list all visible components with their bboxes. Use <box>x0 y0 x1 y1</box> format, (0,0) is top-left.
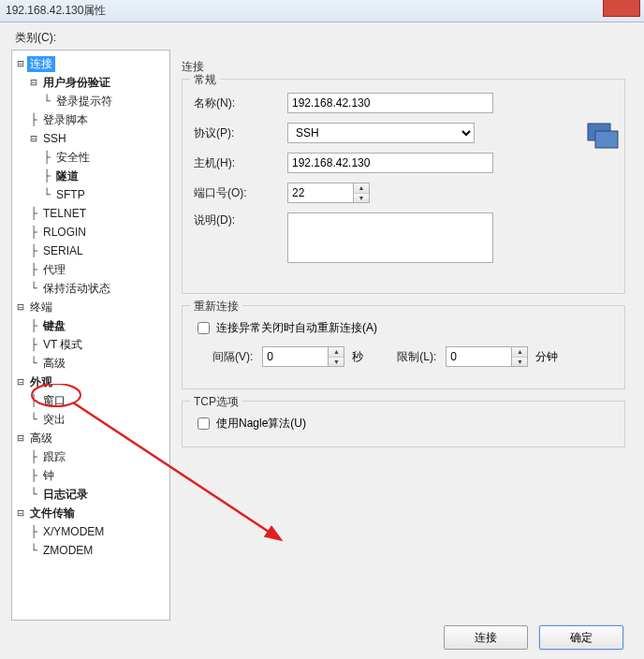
tree-keyboard[interactable]: ├键盘 <box>14 316 168 335</box>
group-tcp: TCP选项 使用Nagle算法(U) <box>182 401 625 447</box>
host-input[interactable] <box>287 153 493 173</box>
limit-input[interactable] <box>446 346 511 367</box>
unit-seconds: 秒 <box>352 349 363 365</box>
tree-logging[interactable]: └日志记录 <box>14 485 168 504</box>
tree-advanced-terminal[interactable]: └高级 <box>14 354 168 373</box>
label-limit: 限制(L): <box>397 349 436 365</box>
tree-highlight[interactable]: └突出 <box>14 410 168 429</box>
limit-down-icon[interactable]: ▼ <box>512 358 527 367</box>
group-tcp-label: TCP选项 <box>190 394 242 410</box>
tree-zmodem[interactable]: └ZMODEM <box>14 541 168 560</box>
reconnect-checkbox-label: 连接异常关闭时自动重新连接(A) <box>216 320 377 336</box>
window-title: 192.168.42.130属性 <box>6 3 106 19</box>
label-protocol: 协议(P): <box>194 125 287 141</box>
limit-up-icon[interactable]: ▲ <box>512 347 527 358</box>
tree-user-auth[interactable]: ⊟用户身份验证 <box>14 73 168 92</box>
button-bar: 连接 确定 <box>444 625 623 650</box>
tree-security[interactable]: ├安全性 <box>14 148 168 167</box>
name-input[interactable] <box>287 93 493 113</box>
port-input[interactable] <box>287 183 353 203</box>
tree-vtmode[interactable]: ├VT 模式 <box>14 335 168 354</box>
session-icon <box>586 122 620 152</box>
group-reconnect: 重新连接 连接异常关闭时自动重新连接(A) 间隔(V): ▲▼ 秒 限制(L): <box>182 305 625 389</box>
category-tree[interactable]: ⊟连接 ⊟用户身份验证 └登录提示符 ├登录脚本 ⊟SSH ├安全性 ├隧道 └… <box>11 50 170 621</box>
tree-rlogin[interactable]: ├RLOGIN <box>14 223 168 242</box>
port-spinner[interactable]: ▲▼ <box>353 183 370 203</box>
tree-proxy[interactable]: ├代理 <box>14 260 168 279</box>
tree-file-transfer[interactable]: ⊟文件传输 <box>14 504 168 522</box>
port-down-icon[interactable]: ▼ <box>354 194 369 203</box>
nagle-checkbox-label: 使用Nagle算法(U) <box>216 416 306 432</box>
group-reconnect-label: 重新连接 <box>190 299 242 315</box>
tree-window[interactable]: ├窗口 <box>14 391 168 410</box>
nagle-checkbox[interactable] <box>198 417 210 430</box>
description-input[interactable] <box>287 212 493 263</box>
tree-serial[interactable]: ├SERIAL <box>14 242 168 260</box>
label-host: 主机(H): <box>194 155 287 171</box>
protocol-select[interactable]: SSH <box>287 123 475 143</box>
interval-up-icon[interactable]: ▲ <box>329 347 344 358</box>
titlebar: 192.168.42.130属性 <box>0 0 644 22</box>
port-up-icon[interactable]: ▲ <box>354 183 369 194</box>
category-label: 类别(C): <box>0 22 644 50</box>
tree-xymodem[interactable]: ├X/YMODEM <box>14 522 168 541</box>
label-description: 说明(D): <box>194 212 287 228</box>
tree-terminal[interactable]: ⊟终端 <box>14 298 168 316</box>
close-icon[interactable] <box>603 0 640 17</box>
tree-keepalive[interactable]: └保持活动状态 <box>14 279 168 298</box>
tree-bell[interactable]: ├钟 <box>14 466 168 485</box>
panel-title: 连接 <box>182 59 625 75</box>
interval-spinner[interactable]: ▲▼ <box>328 346 344 367</box>
label-interval: 间隔(V): <box>212 349 253 365</box>
tree-trace[interactable]: ├跟踪 <box>14 447 168 466</box>
svg-rect-1 <box>595 131 618 148</box>
tree-appearance[interactable]: ⊟外观 <box>14 373 168 391</box>
reconnect-checkbox[interactable] <box>198 322 210 334</box>
limit-spinner[interactable]: ▲▼ <box>511 346 528 367</box>
tree-connection[interactable]: ⊟连接 <box>14 54 168 73</box>
settings-panel: 连接 常规 名称(N): 协议(P): SSH 主机(H): <box>178 50 633 621</box>
label-name: 名称(N): <box>194 95 287 111</box>
tree-ssh[interactable]: ⊟SSH <box>14 129 168 148</box>
group-general-label: 常规 <box>190 72 220 88</box>
tree-telnet[interactable]: ├TELNET <box>14 204 168 223</box>
tree-login-script[interactable]: ├登录脚本 <box>14 110 168 129</box>
tree-advanced[interactable]: ⊟高级 <box>14 429 168 447</box>
label-port: 端口号(O): <box>194 185 287 201</box>
tree-login-prompt[interactable]: └登录提示符 <box>14 92 168 110</box>
unit-minutes: 分钟 <box>535 349 558 365</box>
connect-button[interactable]: 连接 <box>444 625 528 650</box>
ok-button[interactable]: 确定 <box>539 625 623 650</box>
tree-sftp[interactable]: └SFTP <box>14 185 168 204</box>
group-general: 常规 名称(N): 协议(P): SSH 主机(H): 端口号(O): <box>182 79 625 294</box>
tree-tunnel[interactable]: ├隧道 <box>14 167 168 185</box>
interval-input[interactable] <box>262 346 328 367</box>
interval-down-icon[interactable]: ▼ <box>329 358 344 367</box>
